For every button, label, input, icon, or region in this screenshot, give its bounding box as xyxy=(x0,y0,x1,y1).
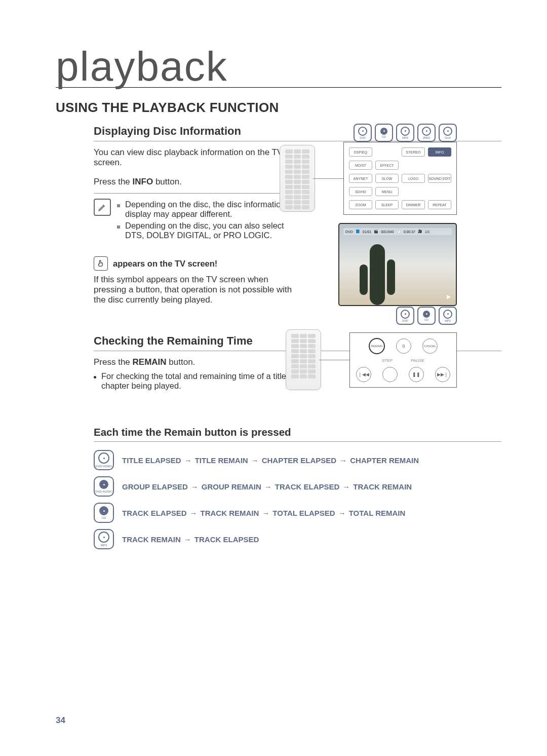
pause-label: PAUSE xyxy=(411,358,424,363)
arrow-icon: → xyxy=(262,509,269,517)
zoom-button[interactable]: ZOOM xyxy=(349,200,372,209)
dspeq-button[interactable]: DSP/EQ xyxy=(349,147,372,157)
note2-text: Depending on the disc, you can also sele… xyxy=(125,221,296,240)
note-bullet-2: Depending on the disc, you can also sele… xyxy=(117,221,296,240)
remain-state: TRACK ELAPSED xyxy=(194,535,259,544)
tv-title-no: 01/01 xyxy=(363,230,372,234)
instr-post: button. xyxy=(153,177,182,186)
slow-button[interactable]: SLOW xyxy=(375,174,399,183)
tv-dvd-label: DVD xyxy=(345,230,353,234)
remain-button-name: REMAIN xyxy=(133,357,167,367)
disc-badge-label: DVD xyxy=(402,319,408,322)
disc-badge-label: DVD-AUDIO xyxy=(95,490,112,493)
disc-badge-label: MP3 xyxy=(445,319,450,322)
remain-instr-post: button. xyxy=(167,357,196,367)
chapter-title: playback xyxy=(56,46,501,87)
hand-heading-text: appears on the TV screen! xyxy=(113,259,217,269)
remain-row-mp3: MP3TRACK REMAIN→TRACK ELAPSED xyxy=(94,529,501,549)
remain-state: TRACK REMAIN xyxy=(201,509,259,517)
remain-state: TOTAL REMAIN xyxy=(349,509,406,517)
anynet-button[interactable]: ANYNET xyxy=(349,174,372,183)
tv-info-bar: DVD 📘 01/01 🎬 001/040 🕐 0:00:37 🎥 1/1 xyxy=(343,228,452,235)
tv-lang: 1/1 xyxy=(425,230,430,234)
callout-line xyxy=(319,360,349,360)
info-button[interactable]: INFO xyxy=(428,147,451,157)
cancel-button[interactable]: CANCEL xyxy=(422,338,438,354)
arrow-icon: → xyxy=(191,482,199,491)
pause-button[interactable]: ❚❚ xyxy=(409,367,424,382)
dot-bullet-icon xyxy=(94,376,96,379)
next-button[interactable]: ▶▶❘ xyxy=(435,367,450,382)
disc-badge-cd: CD xyxy=(375,124,393,142)
repeat-button[interactable]: REPEAT xyxy=(428,200,451,209)
disc-icon xyxy=(423,311,430,318)
remain-bullet: For checking the total and remaining tim… xyxy=(94,371,306,391)
logo-button[interactable]: LOGO xyxy=(402,174,425,183)
sdhd-button[interactable]: SD/HD xyxy=(349,187,372,196)
effect-button[interactable]: EFFECT xyxy=(375,161,399,170)
remain-instr-pre: Press the xyxy=(94,357,133,367)
remain-sequence: GROUP ELAPSED→GROUP REMAIN→TRACK ELAPSED… xyxy=(122,482,412,491)
disc-badge-label: DVD-VIDEO xyxy=(95,465,112,468)
remain-state: CHAPTER REMAIN xyxy=(350,456,419,465)
disc-icon xyxy=(98,452,109,464)
page-number: 34 xyxy=(56,715,65,726)
remain-button[interactable]: REMAIN xyxy=(369,338,385,354)
disc-badge-dvd-audio: DVD-AUDIO xyxy=(94,476,114,497)
disc-badge-cd: CD xyxy=(94,503,114,523)
hand-warning-heading: appears on the TV screen! xyxy=(94,256,306,271)
arrow-icon: → xyxy=(184,535,191,544)
disc-badge-label: CD xyxy=(102,516,106,519)
remain-state: TITLE REMAIN xyxy=(195,456,248,465)
most-button[interactable]: MO/ST xyxy=(349,161,372,170)
remain-bullet-text: For checking the total and remaining tim… xyxy=(101,371,306,391)
remain-row-cd: CDTRACK ELAPSED→TRACK REMAIN→TOTAL ELAPS… xyxy=(94,503,501,523)
disc-badge-label: DVD xyxy=(360,136,366,139)
disc-badge-label: MP3 xyxy=(101,544,107,547)
prev-button[interactable]: ❘◀◀ xyxy=(356,367,371,382)
tv-screen-figure: DVD 📘 01/01 🎬 001/040 🕐 0:00:37 🎥 1/1 ▶ xyxy=(338,223,457,306)
remote-remain-figure: REMAIN 0 CANCEL STEP PAUSE ❘◀◀ ❚❚ ▶▶❘ xyxy=(286,329,457,390)
disc-badge-mp3: MP3 xyxy=(94,529,114,549)
remain-state: GROUP ELAPSED xyxy=(122,482,188,491)
note-bullet-1: Depending on the disc, the disc informat… xyxy=(117,200,296,219)
disc-badge-dvd: DVD xyxy=(396,307,414,325)
disc-badge-cd: CD xyxy=(417,307,436,325)
remote-illustration xyxy=(280,145,315,212)
disc-icon xyxy=(380,128,387,135)
tv-time: 0:00:37 xyxy=(404,230,415,234)
disc-badges-disc-info: DVDCDMP3JPEGDivX xyxy=(354,124,457,142)
disc-badge-label: CD xyxy=(424,318,428,321)
disc-badge-label: CD xyxy=(382,135,386,138)
disc-icon xyxy=(358,127,367,136)
disc-badge-jpeg: JPEG xyxy=(417,124,436,142)
cactus-illustration xyxy=(370,244,385,305)
remain-state: TOTAL ELAPSED xyxy=(272,509,335,517)
book-icon: 📘 xyxy=(356,230,360,234)
instr-pre: Press the xyxy=(94,177,133,186)
arrow-icon: → xyxy=(190,509,198,517)
remain-row-dvd-audio: DVD-AUDIOGROUP ELAPSED→GROUP REMAIN→TRAC… xyxy=(94,476,501,497)
stereo-button[interactable]: STEREO xyxy=(402,147,425,157)
info-callout-panel: DSP/EQ STEREO INFO MO/ST EFFECT ANYNET S… xyxy=(343,142,457,215)
dimmer-button[interactable]: DIMMER xyxy=(402,200,425,209)
sleep-button[interactable]: SLEEP xyxy=(375,200,399,209)
remote-info-figure: DSP/EQ STEREO INFO MO/ST EFFECT ANYNET S… xyxy=(280,142,457,215)
disc-icon xyxy=(99,506,108,515)
disc-icon xyxy=(422,127,431,136)
square-bullet-icon xyxy=(117,204,120,207)
remain-callout-panel: REMAIN 0 CANCEL STEP PAUSE ❘◀◀ ❚❚ ▶▶❘ xyxy=(349,332,457,388)
hand-warning-text: If this symbol appears on the TV screen … xyxy=(94,275,296,305)
tv-frame: DVD 📘 01/01 🎬 001/040 🕐 0:00:37 🎥 1/1 ▶ xyxy=(338,223,457,306)
disc-icon xyxy=(98,532,109,543)
menu-button[interactable]: MENU xyxy=(375,187,399,196)
zero-button[interactable]: 0 xyxy=(396,338,411,354)
note-block: Depending on the disc, the disc informat… xyxy=(94,198,296,242)
soundedit-button[interactable]: SOUND EDIT xyxy=(428,174,451,183)
remain-sequence: TRACK REMAIN→TRACK ELAPSED xyxy=(122,535,259,544)
disc-badge-mp3: MP3 xyxy=(439,307,457,325)
remain-state: GROUP REMAIN xyxy=(202,482,261,491)
pencil-note-icon xyxy=(94,199,111,216)
step-button-icon[interactable] xyxy=(382,367,398,382)
arrow-icon: → xyxy=(184,456,192,465)
